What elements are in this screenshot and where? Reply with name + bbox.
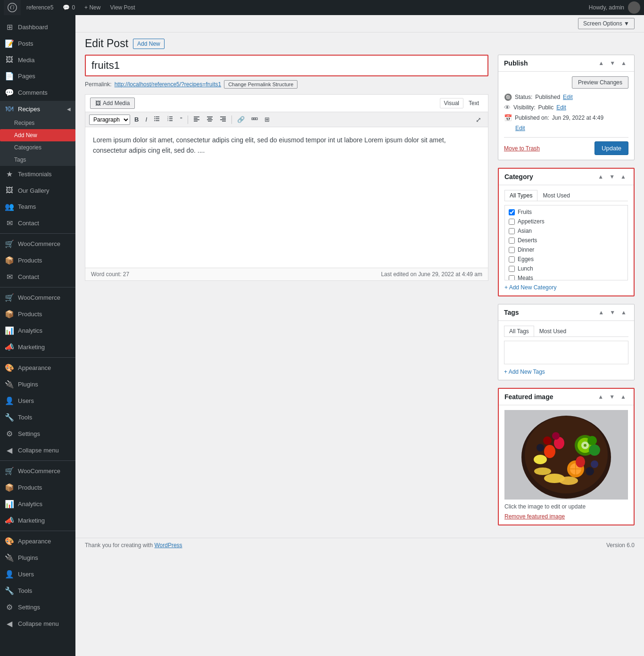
sidebar-item-woocommerce3[interactable]: 🛒 WooCommerce — [0, 463, 75, 479]
remove-featured-image-link[interactable]: Remove featured image — [504, 513, 565, 520]
sidebar-item-collapse1[interactable]: ◀ Collapse menu — [0, 442, 75, 459]
sidebar-item-analytics1[interactable]: 📊 Analytics — [0, 322, 75, 339]
ul-button[interactable] — [151, 114, 163, 125]
align-center-button[interactable] — [204, 114, 215, 125]
sidebar-item-pages[interactable]: 📄 Pages — [0, 68, 75, 84]
preview-changes-button[interactable]: Preview Changes — [572, 76, 628, 89]
sidebar-item-products3[interactable]: 📦 Products — [0, 479, 75, 496]
table-button[interactable]: ⊞ — [262, 115, 272, 124]
sidebar-item-plugins2[interactable]: 🔌 Plugins — [0, 549, 75, 566]
adminbar-view-post[interactable]: View Post — [106, 4, 139, 11]
publish-collapse-down-button[interactable]: ▼ — [608, 59, 617, 67]
sidebar-item-dashboard[interactable]: ⊞ Dashboard — [0, 19, 75, 35]
published-date-edit-link[interactable]: Edit — [515, 125, 525, 131]
sidebar-item-gallery[interactable]: 🖼 Our Gallery — [0, 182, 75, 198]
sidebar-item-analytics2[interactable]: 📊 Analytics — [0, 496, 75, 512]
paragraph-select[interactable]: Paragraph — [89, 115, 130, 125]
category-collapse-up-button[interactable]: ▲ — [596, 172, 605, 181]
add-new-tags-link[interactable]: + Add New Tags — [504, 369, 545, 375]
adminbar-new[interactable]: + New — [81, 4, 104, 11]
ol-button[interactable]: 123 — [165, 114, 176, 125]
sidebar-item-tools1[interactable]: 🔧 Tools — [0, 409, 75, 426]
visual-tab[interactable]: Visual — [440, 98, 463, 108]
sidebar-item-teams[interactable]: 👥 Teams — [0, 198, 75, 215]
wp-logo[interactable] — [4, 0, 21, 15]
category-checkbox-egges[interactable] — [509, 256, 515, 262]
category-checkbox-appetizers[interactable] — [509, 219, 515, 225]
screen-options-button[interactable]: Screen Options ▼ — [578, 18, 635, 29]
sidebar-item-woocommerce1[interactable]: 🛒 WooCommerce — [0, 236, 75, 252]
sidebar-item-add-new[interactable]: Add New — [0, 129, 75, 141]
fullscreen-button[interactable]: ⤢ — [473, 115, 484, 124]
featured-image-close-button[interactable]: ▲ — [619, 393, 628, 401]
post-title-input[interactable] — [85, 55, 488, 76]
move-to-trash-link[interactable]: Move to Trash — [504, 145, 540, 152]
publish-close-button[interactable]: ▲ — [619, 59, 628, 67]
sidebar-item-settings2[interactable]: ⚙ Settings — [0, 599, 75, 615]
sidebar-item-comments[interactable]: 💬 Comments — [0, 84, 75, 101]
sidebar-item-products1[interactable]: 📦 Products — [0, 252, 75, 269]
most-used-tags-tab[interactable]: Most Used — [534, 326, 571, 336]
align-left-button[interactable] — [191, 114, 202, 125]
editor-content[interactable]: Lorem ipsum dolor sit amet, consectetur … — [85, 127, 488, 268]
category-checkbox-dinner[interactable] — [509, 247, 515, 253]
bold-button[interactable]: B — [132, 115, 141, 124]
tags-collapse-down-button[interactable]: ▼ — [608, 308, 617, 317]
sidebar-item-products2[interactable]: 📦 Products — [0, 306, 75, 322]
italic-button[interactable]: I — [143, 115, 149, 124]
featured-image[interactable] — [504, 410, 628, 500]
blockquote-button[interactable]: " — [178, 115, 185, 124]
permalink-link[interactable]: http://localhost/reference5/?recipes=fru… — [115, 81, 221, 88]
sidebar-item-recipes-sub[interactable]: Recipes — [0, 117, 75, 129]
sidebar-item-users1[interactable]: 👤 Users — [0, 393, 75, 409]
sidebar-item-posts[interactable]: 📝 Posts — [0, 35, 75, 52]
add-media-button[interactable]: 🖼 Add Media — [90, 98, 135, 109]
sidebar-item-users2[interactable]: 👤 Users — [0, 566, 75, 582]
sidebar-item-testimonials[interactable]: ★ Testimonials — [0, 166, 75, 182]
featured-image-down-button[interactable]: ▼ — [607, 393, 617, 401]
change-permalink-button[interactable]: Change Permalink Structure — [224, 80, 297, 89]
sidebar-item-contact1[interactable]: ✉ Contact — [0, 215, 75, 231]
most-used-tab[interactable]: Most Used — [537, 190, 575, 201]
sidebar-item-collapse2[interactable]: ◀ Collapse menu — [0, 615, 75, 632]
tags-collapse-up-button[interactable]: ▲ — [596, 308, 606, 317]
sidebar-item-marketing1[interactable]: 📣 Marketing — [0, 339, 75, 355]
category-collapse-down-button[interactable]: ▼ — [607, 172, 617, 181]
tags-close-button[interactable]: ▲ — [619, 308, 628, 317]
adminbar-site[interactable]: reference5 — [23, 4, 57, 11]
more-button[interactable] — [249, 114, 260, 125]
category-checkbox-meats[interactable] — [509, 275, 515, 281]
tags-input-area[interactable] — [504, 341, 628, 364]
align-right-button[interactable] — [217, 114, 229, 125]
add-new-button[interactable]: Add New — [133, 39, 165, 49]
category-checkbox-lunch[interactable] — [509, 266, 515, 272]
link-button[interactable]: 🔗 — [235, 115, 247, 124]
sidebar-item-woocommerce2[interactable]: 🛒 WooCommerce — [0, 289, 75, 306]
sidebar-item-media[interactable]: 🖼 Media — [0, 52, 75, 68]
sidebar-item-recipes[interactable]: 🍽 Recipes ◀ — [0, 101, 75, 117]
category-checkbox-fruits[interactable] — [509, 209, 515, 215]
sidebar-item-marketing2[interactable]: 📣 Marketing — [0, 512, 75, 529]
adminbar-comments[interactable]: 💬 0 — [59, 4, 79, 11]
sidebar-item-tools2[interactable]: 🔧 Tools — [0, 582, 75, 599]
sidebar-item-tags[interactable]: Tags — [0, 154, 75, 166]
footer-wordpress-link[interactable]: WordPress — [154, 542, 182, 549]
update-button[interactable]: Update — [594, 141, 628, 155]
category-close-button[interactable]: ▲ — [619, 172, 628, 181]
category-checkbox-deserts[interactable] — [509, 238, 515, 244]
visibility-edit-link[interactable]: Edit — [556, 104, 566, 111]
all-types-tab[interactable]: All Types — [504, 190, 537, 201]
sidebar-item-appearance1[interactable]: 🎨 Appearance — [0, 360, 75, 376]
featured-image-up-button[interactable]: ▲ — [596, 393, 605, 401]
text-tab[interactable]: Text — [464, 98, 483, 108]
all-tags-tab[interactable]: All Tags — [504, 326, 534, 336]
sidebar-item-settings1[interactable]: ⚙ Settings — [0, 426, 75, 442]
sidebar-item-categories[interactable]: Categories — [0, 141, 75, 154]
sidebar-item-contact2[interactable]: ✉ Contact — [0, 269, 75, 285]
category-checkbox-asian[interactable] — [509, 228, 515, 234]
add-new-category-link[interactable]: + Add New Category — [504, 284, 556, 291]
status-edit-link[interactable]: Edit — [563, 94, 573, 100]
sidebar-item-plugins1[interactable]: 🔌 Plugins — [0, 376, 75, 393]
publish-collapse-up-button[interactable]: ▲ — [596, 59, 606, 67]
sidebar-item-appearance2[interactable]: 🎨 Appearance — [0, 533, 75, 549]
